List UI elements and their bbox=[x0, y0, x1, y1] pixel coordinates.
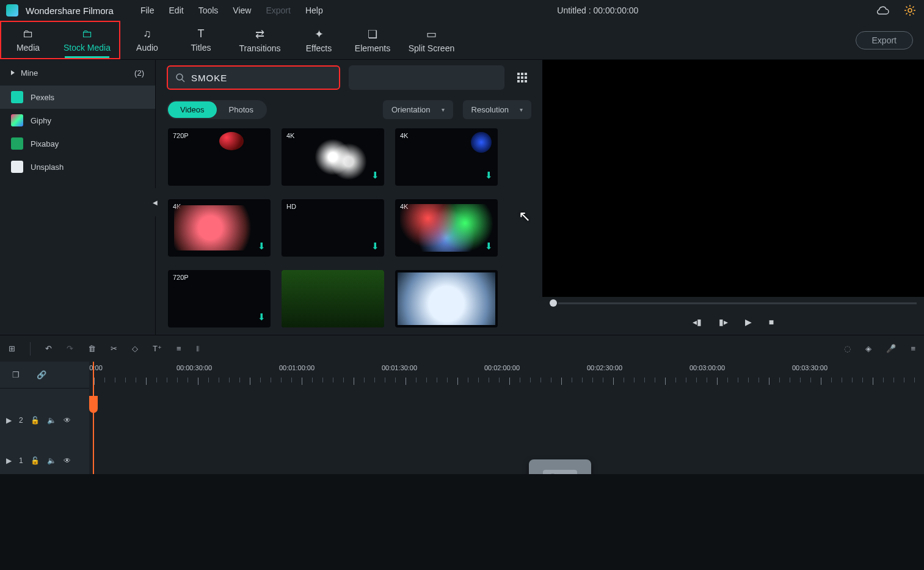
source-pexels[interactable]: Pexels bbox=[0, 86, 155, 109]
download-icon[interactable]: ⬇ bbox=[485, 241, 493, 252]
download-icon[interactable]: ⬇ bbox=[485, 170, 493, 181]
module-tabs: 🗀 Media 🗀 Stock Media ♫Audio TTitles ⇄Tr… bbox=[0, 21, 924, 60]
voiceover-mic-icon[interactable]: 🎤 bbox=[886, 344, 896, 353]
result-thumb[interactable]: 720P bbox=[168, 128, 271, 186]
drag-ghost bbox=[529, 459, 591, 474]
adjust-icon[interactable]: ≡ bbox=[176, 344, 181, 353]
source-pixabay[interactable]: Pixabay bbox=[0, 132, 155, 155]
filter-photos[interactable]: Photos bbox=[217, 101, 266, 118]
expand-triangle-icon bbox=[11, 70, 15, 75]
svg-rect-11 bbox=[517, 73, 520, 75]
split-icon: ▭ bbox=[426, 27, 437, 41]
search-icon bbox=[175, 73, 185, 82]
result-thumb[interactable]: HD⬇ bbox=[282, 199, 384, 257]
result-thumb[interactable]: 720P⬇ bbox=[168, 270, 271, 327]
download-icon[interactable]: ⬇ bbox=[371, 241, 379, 252]
scrubber-handle-icon[interactable] bbox=[550, 299, 557, 307]
preview-panel: ◂▮ ▮▸ ▶ ■ bbox=[542, 60, 924, 335]
prev-frame-button[interactable]: ◂▮ bbox=[693, 317, 702, 327]
settings-gear-icon[interactable] bbox=[902, 2, 918, 18]
tab-split-screen[interactable]: ▭Split Screen bbox=[399, 27, 464, 53]
mute-icon[interactable]: 🔈 bbox=[47, 456, 56, 465]
playhead[interactable] bbox=[93, 362, 94, 474]
tab-effects[interactable]: ✦Effects bbox=[292, 27, 346, 53]
result-thumb[interactable]: 4K⬇ bbox=[395, 128, 498, 186]
preview-canvas[interactable] bbox=[542, 60, 924, 297]
result-thumb[interactable]: 960x540⬇ bbox=[395, 270, 498, 327]
giphy-icon bbox=[11, 114, 23, 126]
result-thumb[interactable]: 4K⬇ bbox=[282, 128, 384, 186]
svg-point-9 bbox=[176, 74, 183, 80]
play-button[interactable]: ▶ bbox=[745, 317, 752, 327]
tab-elements[interactable]: ❏Elements bbox=[346, 27, 399, 53]
grid-view-icon[interactable] bbox=[513, 68, 531, 87]
folder-icon: 🗀 bbox=[23, 27, 34, 40]
download-icon[interactable]: ⬇ bbox=[371, 170, 379, 181]
cut-button[interactable]: ✂ bbox=[111, 344, 117, 353]
chevron-down-icon: ▾ bbox=[442, 106, 445, 113]
title-bar: Wondershare Filmora File Edit Tools View… bbox=[0, 0, 924, 21]
resolution-dropdown[interactable]: Resolution ▾ bbox=[463, 100, 531, 119]
track-header-1[interactable]: ▶1 🔓 🔈 👁 bbox=[0, 447, 89, 474]
search-box[interactable] bbox=[167, 65, 340, 90]
stop-button[interactable]: ■ bbox=[769, 317, 774, 327]
svg-line-8 bbox=[912, 7, 914, 8]
collapse-sidebar-handle[interactable]: ◀ bbox=[151, 188, 159, 216]
menu-tools[interactable]: Tools bbox=[192, 3, 225, 18]
markers-icon[interactable]: ⦀ bbox=[196, 344, 199, 354]
menu-help[interactable]: Help bbox=[299, 3, 329, 18]
add-text-icon[interactable]: T⁺ bbox=[153, 344, 162, 353]
export-button[interactable]: Export bbox=[856, 31, 913, 49]
layout-icon[interactable]: ⊞ bbox=[9, 344, 15, 353]
svg-rect-13 bbox=[525, 73, 527, 75]
tab-audio[interactable]: ♫Audio bbox=[120, 27, 174, 53]
menu-view[interactable]: View bbox=[227, 3, 257, 18]
svg-line-10 bbox=[182, 79, 184, 82]
menu-edit[interactable]: Edit bbox=[163, 3, 190, 18]
render-icon[interactable]: ◌ bbox=[844, 344, 851, 353]
tag-icon[interactable]: ◇ bbox=[132, 344, 138, 353]
filter-videos[interactable]: Videos bbox=[168, 101, 217, 118]
time-ruler[interactable]: 00:00 00:00:30:00 00:01:00:00 00:01:30:0… bbox=[89, 362, 924, 389]
tracks-area[interactable]: 00:00 00:00:30:00 00:01:00:00 00:01:30:0… bbox=[89, 362, 924, 474]
redo-button[interactable]: ↷ bbox=[67, 344, 73, 353]
source-giphy[interactable]: Giphy bbox=[0, 109, 155, 132]
delete-button[interactable]: 🗑 bbox=[88, 344, 96, 353]
stock-browser: ◀ Videos Photos Orientation ▾ bbox=[155, 60, 542, 335]
orientation-dropdown[interactable]: Orientation ▾ bbox=[383, 100, 453, 119]
menu-export: Export bbox=[260, 3, 296, 18]
shapes-icon: ❏ bbox=[368, 27, 377, 41]
mixer-icon[interactable]: ≡ bbox=[911, 344, 915, 353]
playhead-knob-icon[interactable] bbox=[89, 396, 98, 413]
result-thumb[interactable]: 4K⬇ bbox=[282, 270, 384, 327]
search-input[interactable] bbox=[191, 73, 332, 83]
result-thumb[interactable]: 4K⬇ bbox=[168, 199, 271, 257]
track-header-2[interactable]: ▶2 🔓 🔈 👁 bbox=[0, 407, 89, 434]
tab-titles[interactable]: TTitles bbox=[174, 27, 228, 53]
search-extension bbox=[349, 65, 505, 90]
cloud-icon[interactable] bbox=[875, 2, 891, 18]
next-frame-button[interactable]: ▮▸ bbox=[719, 317, 728, 327]
visibility-icon[interactable]: 👁 bbox=[64, 456, 71, 465]
result-thumb[interactable]: 4K⬇ bbox=[395, 199, 498, 257]
visibility-icon[interactable]: 👁 bbox=[64, 416, 71, 425]
download-icon[interactable]: ⬇ bbox=[258, 312, 266, 323]
download-icon[interactable]: ⬇ bbox=[371, 312, 379, 323]
undo-button[interactable]: ↶ bbox=[45, 344, 52, 353]
marker-add-icon[interactable]: ◈ bbox=[865, 344, 871, 353]
svg-rect-15 bbox=[521, 76, 523, 79]
tab-stock-media[interactable]: 🗀 Stock Media bbox=[55, 22, 119, 58]
tab-transitions[interactable]: ⇄Transitions bbox=[228, 27, 292, 53]
source-unsplash[interactable]: Unsplash bbox=[0, 155, 155, 178]
mute-icon[interactable]: 🔈 bbox=[47, 416, 56, 425]
menu-file[interactable]: File bbox=[134, 3, 161, 18]
lock-icon[interactable]: 🔓 bbox=[31, 456, 40, 465]
copy-tracks-icon[interactable]: ❐ bbox=[12, 370, 20, 379]
download-icon[interactable]: ⬇ bbox=[258, 241, 266, 252]
link-tracks-icon[interactable]: 🔗 bbox=[37, 370, 46, 379]
download-icon[interactable]: ⬇ bbox=[485, 312, 493, 323]
tab-media[interactable]: 🗀 Media bbox=[1, 22, 55, 58]
lock-icon[interactable]: 🔓 bbox=[31, 416, 40, 425]
sidebar-mine[interactable]: Mine (2) bbox=[0, 60, 155, 86]
preview-scrubber[interactable] bbox=[542, 297, 924, 309]
